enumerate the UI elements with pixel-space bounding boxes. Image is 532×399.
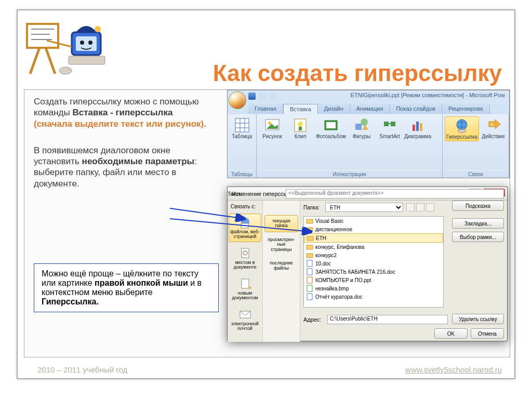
bmp-icon [306, 285, 313, 292]
browse-file-icon[interactable] [426, 203, 434, 211]
file-item: конкурс2 [304, 251, 443, 259]
current-folder-btn[interactable]: текущая папка [264, 215, 298, 232]
redo-icon[interactable] [269, 92, 276, 100]
doc-icon [306, 260, 313, 267]
save-icon[interactable] [248, 92, 256, 100]
footer-url[interactable]: www.svetly5school.narod.ru [405, 365, 502, 374]
email-icon [238, 308, 252, 321]
recent-files-btn[interactable]: последние файлы [264, 257, 298, 274]
picture-icon [264, 117, 280, 133]
link-to-file-web[interactable]: файлом, веб-страницей [229, 214, 261, 242]
svg-rect-37 [242, 248, 249, 258]
svg-rect-7 [76, 36, 97, 51]
table-button[interactable]: Таблица [230, 116, 254, 140]
globe-file-icon [238, 216, 252, 229]
undo-icon[interactable] [259, 92, 266, 100]
chart-button[interactable]: Диаграмма [404, 116, 431, 140]
up-folder-icon[interactable] [406, 203, 415, 211]
dialog-link-to-panel: Связать с: файлом, веб-страницей местом … [228, 201, 263, 342]
file-item: конкурс, Епифанова [304, 243, 443, 251]
ribbon-tabs: Главная Вставка Дизайн Анимация Показ сл… [248, 104, 490, 114]
file-item: дистанционное [304, 225, 443, 233]
ppt-icon [306, 276, 313, 284]
svg-rect-32 [420, 123, 422, 131]
office-button[interactable] [229, 91, 246, 109]
folder-select[interactable]: ETH [325, 203, 403, 212]
svg-rect-45 [307, 254, 313, 258]
clip-icon [292, 117, 308, 133]
file-item: незнайка.bmp [304, 284, 443, 292]
file-item: Отчёт куратора.doc [304, 292, 443, 301]
svg-rect-11 [69, 56, 105, 64]
action-button[interactable]: Действие [480, 116, 507, 140]
file-item: Visual Basic [304, 217, 443, 225]
tab-design[interactable]: Дизайн [318, 104, 350, 114]
cancel-button[interactable]: Отмена [471, 328, 504, 339]
remove-link-button[interactable]: Удалить ссылку [452, 314, 504, 324]
text-field[interactable]: <<Выделенный фрагмент документа>> [286, 189, 504, 198]
folder-icon [306, 225, 313, 233]
browsed-pages-btn[interactable]: просмотрен-ные страницы [264, 234, 298, 256]
action-icon [486, 117, 501, 133]
svg-rect-26 [355, 124, 362, 130]
shapes-icon [354, 117, 369, 133]
svg-rect-31 [416, 122, 419, 131]
smartart-button[interactable]: SmartArt [376, 116, 403, 140]
target-frame-button[interactable]: Выбор рамки... [452, 232, 504, 242]
svg-line-5 [46, 48, 55, 74]
address-field[interactable]: C:\Users\Public\ETH [327, 315, 448, 324]
svg-rect-25 [326, 122, 336, 128]
svg-rect-46 [307, 260, 312, 267]
shapes-button[interactable]: Фигуры [348, 116, 375, 140]
photoalbum-button[interactable]: Фотоальбом [315, 116, 347, 140]
file-list[interactable]: Visual Basic дистанционное ETH конкурс, … [303, 216, 444, 308]
browse-web-icon[interactable] [416, 203, 424, 211]
group-tables-label: Таблицы [230, 170, 254, 177]
quick-access-toolbar[interactable] [248, 92, 276, 100]
tab-animation[interactable]: Анимация [350, 104, 390, 114]
hyperlink-dialog: Изменение гиперссылки ? ✕ Связать с: фай… [227, 187, 508, 341]
chart-icon [410, 117, 425, 133]
tab-home[interactable]: Главная [248, 104, 283, 114]
table-icon [234, 117, 250, 133]
svg-rect-48 [307, 277, 312, 283]
svg-point-9 [88, 41, 92, 45]
file-item: ЗАНЯТОСТЬ КАБИНЕТА 216.doc [304, 268, 443, 276]
link-to-email[interactable]: электронной почтой [229, 305, 261, 334]
svg-point-22 [298, 122, 303, 127]
bookmark-button[interactable]: Закладка... [452, 218, 504, 229]
smartart-icon [382, 117, 397, 133]
screentip-button[interactable]: Подсказка [452, 201, 504, 211]
clip-button[interactable]: Клип [287, 116, 314, 140]
left-column: Создать гиперссылку можно с помощью кома… [34, 96, 216, 198]
hyperlink-button[interactable]: Гиперссылка [445, 116, 479, 141]
svg-rect-36 [241, 223, 248, 228]
tab-slideshow[interactable]: Показ слайдов [390, 104, 442, 114]
clipart-logo [24, 18, 112, 79]
link-to-place[interactable]: местом в документе [229, 244, 261, 273]
svg-line-4 [30, 48, 39, 74]
folder-icon [306, 243, 313, 250]
file-item: КОМПЬЮТЕР и ПО.ppt [304, 276, 443, 284]
address-label: Адрес: [303, 316, 324, 323]
folder-icon [307, 234, 314, 242]
tab-insert[interactable]: Вставка [283, 104, 318, 114]
svg-rect-44 [307, 245, 313, 249]
svg-rect-50 [307, 294, 312, 300]
svg-rect-49 [307, 285, 312, 291]
picture-button[interactable]: Рисунок [259, 116, 286, 140]
tab-review[interactable]: Рецензирова [442, 104, 490, 114]
svg-rect-0 [27, 24, 58, 48]
svg-rect-23 [299, 127, 302, 130]
footer-year: 2010 – 2011 учебный год [37, 365, 127, 374]
ok-button[interactable]: OK [434, 328, 468, 339]
svg-rect-41 [307, 219, 313, 223]
doc-icon [306, 268, 313, 275]
link-to-new-doc[interactable]: новым документом [229, 275, 261, 303]
svg-rect-39 [242, 279, 249, 288]
folder-icon [306, 251, 313, 259]
ribbon-screenshot: ETNIGiperssilki.ppt [Режим совместимости… [227, 90, 510, 178]
svg-rect-42 [307, 228, 313, 232]
svg-rect-14 [235, 118, 249, 132]
svg-rect-30 [413, 125, 415, 131]
